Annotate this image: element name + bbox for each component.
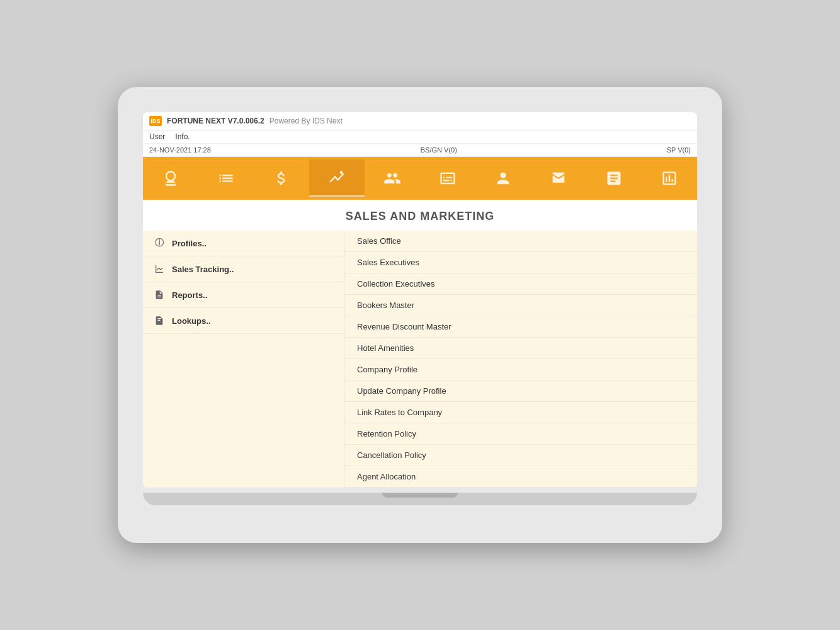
nav-reports[interactable] (642, 159, 697, 197)
profiles-icon: ⓘ (153, 237, 166, 249)
svg-point-0 (340, 171, 343, 174)
left-menu-sales-tracking-label: Sales Tracking.. (172, 265, 234, 274)
status-bar: 24-NOV-2021 17:28 BS/GN V(0) SP V(0) (143, 144, 697, 157)
right-menu-update-company-profile[interactable]: Update Company Profile (344, 381, 697, 402)
nav-sales[interactable] (309, 159, 365, 197)
laptop-frame: IDS FORTUNE NEXT V7.0.006.2 Powered By I… (118, 87, 722, 543)
nav-meetings[interactable] (365, 159, 420, 197)
nav-reception[interactable] (143, 159, 198, 197)
left-menu-reports[interactable]: Reports.. (143, 282, 344, 308)
right-menu-revenue-discount-master[interactable]: Revenue Discount Master (344, 316, 697, 338)
status-datetime: 24-NOV-2021 17:28 (149, 146, 211, 154)
app-title: FORTUNE NEXT V7.0.006.2 (167, 117, 264, 125)
section-title: SALES AND MARKETING (143, 200, 697, 231)
menu-user[interactable]: User (149, 132, 165, 141)
lookups-icon (153, 314, 166, 327)
nav-housekeeping[interactable] (198, 159, 254, 197)
nav-accounts[interactable] (531, 159, 586, 197)
main-content: SALES AND MARKETING ⓘ Profiles.. Sales T (143, 200, 697, 488)
left-menu-reports-label: Reports.. (172, 290, 207, 300)
left-menu-lookups[interactable]: Lookups.. (143, 308, 344, 334)
menu-bar: User Info. (143, 130, 697, 144)
left-menu-sales-tracking[interactable]: Sales Tracking.. (143, 256, 344, 282)
app-window: IDS FORTUNE NEXT V7.0.006.2 Powered By I… (143, 112, 697, 488)
nav-materials[interactable] (586, 159, 642, 197)
right-menu-agent-allocation[interactable]: Agent Allocation (344, 466, 697, 488)
left-menu-profiles-label: Profiles.. (172, 239, 207, 248)
status-bsgn: BS/GN V(0) (421, 146, 457, 154)
right-menu-cancellation-policy[interactable]: Cancellation Policy (344, 445, 697, 466)
laptop-screen: IDS FORTUNE NEXT V7.0.006.2 Powered By I… (143, 112, 697, 488)
app-logo: IDS (149, 116, 162, 126)
nav-idcard[interactable] (420, 159, 475, 197)
menu-grid: ⓘ Profiles.. Sales Tracking.. (143, 231, 697, 488)
powered-by: Powered By IDS Next (270, 117, 343, 125)
left-menu-lookups-label: Lookups.. (172, 316, 210, 326)
right-menu-link-rates-to-company[interactable]: Link Rates to Company (344, 402, 697, 423)
right-menu-collection-executives[interactable]: Collection Executives (344, 273, 697, 295)
right-menu-sales-office[interactable]: Sales Office (344, 231, 697, 252)
right-menu-company-profile[interactable]: Company Profile (344, 359, 697, 381)
right-menu-hotel-amenities[interactable]: Hotel Amenities (344, 338, 697, 359)
title-bar: IDS FORTUNE NEXT V7.0.006.2 Powered By I… (143, 112, 697, 130)
status-spv: SP V(0) (667, 146, 691, 154)
left-panel: ⓘ Profiles.. Sales Tracking.. (143, 231, 344, 488)
nav-toolbar (143, 157, 697, 200)
right-panel: Sales Office Sales Executives Collection… (344, 231, 697, 488)
nav-guest[interactable] (475, 159, 531, 197)
right-menu-retention-policy[interactable]: Retention Policy (344, 423, 697, 445)
reports-icon (153, 289, 166, 301)
laptop-base (143, 493, 697, 505)
menu-info[interactable]: Info. (175, 132, 190, 141)
nav-cashier[interactable] (254, 159, 309, 197)
left-menu-profiles[interactable]: ⓘ Profiles.. (143, 231, 344, 256)
right-menu-bookers-master[interactable]: Bookers Master (344, 295, 697, 316)
right-menu-sales-executives[interactable]: Sales Executives (344, 252, 697, 273)
sales-tracking-icon (153, 263, 166, 275)
